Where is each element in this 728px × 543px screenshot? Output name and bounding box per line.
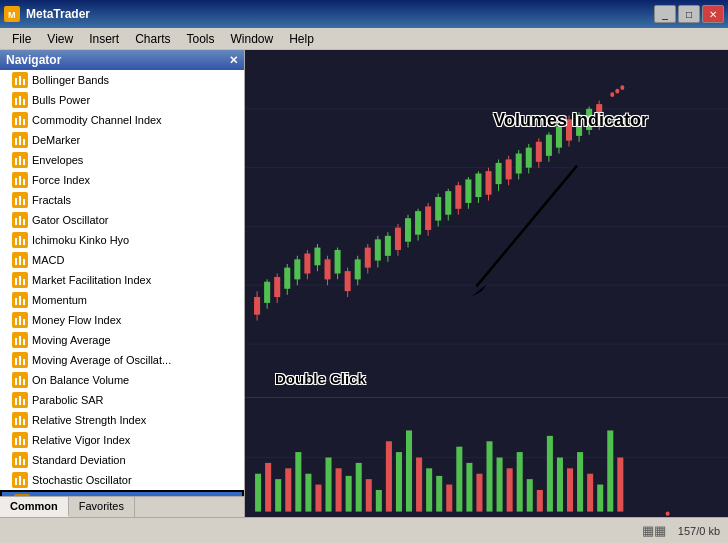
svg-rect-188 bbox=[597, 485, 603, 512]
svg-rect-159 bbox=[305, 474, 311, 512]
menu-window[interactable]: Window bbox=[223, 30, 282, 48]
svg-rect-44 bbox=[15, 358, 17, 365]
svg-rect-164 bbox=[356, 463, 362, 512]
nav-item[interactable]: Momentum bbox=[0, 290, 244, 310]
svg-rect-25 bbox=[23, 219, 25, 225]
nav-item-label: Money Flow Index bbox=[32, 314, 121, 326]
nav-item[interactable]: Ichimoku Kinko Hyo bbox=[0, 230, 244, 250]
svg-rect-5 bbox=[15, 98, 17, 105]
nav-item[interactable]: Relative Strength Index bbox=[0, 410, 244, 430]
close-button[interactable]: ✕ bbox=[702, 5, 724, 23]
candlestick-chart bbox=[245, 50, 728, 397]
navigator-tabs: Common Favorites bbox=[0, 496, 244, 517]
nav-item-label: Envelopes bbox=[32, 154, 83, 166]
nav-item-icon bbox=[12, 392, 28, 408]
nav-item[interactable]: Stochastic Oscillator bbox=[0, 470, 244, 490]
volumes-indicator-label: Volumes Indicator bbox=[493, 110, 648, 131]
menu-charts[interactable]: Charts bbox=[127, 30, 178, 48]
svg-rect-102 bbox=[375, 239, 381, 260]
nav-item-icon bbox=[12, 172, 28, 188]
svg-text:M: M bbox=[8, 10, 16, 20]
svg-rect-45 bbox=[19, 356, 21, 365]
nav-item-label: Parabolic SAR bbox=[32, 394, 104, 406]
svg-rect-61 bbox=[23, 459, 25, 465]
svg-rect-114 bbox=[435, 197, 441, 221]
svg-rect-11 bbox=[15, 138, 17, 145]
nav-item-label: Fractals bbox=[32, 194, 71, 206]
svg-rect-80 bbox=[264, 282, 270, 303]
menu-insert[interactable]: Insert bbox=[81, 30, 127, 48]
svg-rect-40 bbox=[23, 319, 25, 325]
svg-rect-167 bbox=[386, 441, 392, 511]
nav-item-icon bbox=[12, 372, 28, 388]
svg-rect-86 bbox=[294, 259, 300, 279]
svg-rect-183 bbox=[547, 436, 553, 512]
nav-item[interactable]: Moving Average bbox=[0, 330, 244, 350]
svg-rect-155 bbox=[265, 463, 271, 512]
menu-file[interactable]: File bbox=[4, 30, 39, 48]
svg-rect-158 bbox=[295, 452, 301, 512]
nav-item[interactable]: On Balance Volume bbox=[0, 370, 244, 390]
svg-rect-166 bbox=[376, 490, 382, 512]
navigator-list[interactable]: Bollinger BandsBulls PowerCommodity Chan… bbox=[0, 70, 244, 496]
nav-item[interactable]: MACD bbox=[0, 250, 244, 270]
navigator-close-button[interactable]: ✕ bbox=[229, 54, 238, 67]
svg-rect-120 bbox=[465, 179, 471, 203]
nav-item-icon bbox=[12, 332, 28, 348]
svg-rect-112 bbox=[425, 206, 431, 230]
svg-rect-53 bbox=[15, 418, 17, 425]
svg-rect-110 bbox=[415, 211, 421, 235]
svg-rect-78 bbox=[254, 297, 260, 315]
maximize-button[interactable]: □ bbox=[678, 5, 700, 23]
svg-rect-116 bbox=[445, 191, 451, 215]
menu-view[interactable]: View bbox=[39, 30, 81, 48]
svg-rect-175 bbox=[466, 463, 472, 512]
tab-common[interactable]: Common bbox=[0, 497, 69, 517]
window-controls[interactable]: _ □ ✕ bbox=[654, 5, 724, 23]
svg-rect-118 bbox=[455, 185, 461, 209]
svg-rect-41 bbox=[15, 338, 17, 345]
nav-item[interactable]: Fractals bbox=[0, 190, 244, 210]
svg-rect-84 bbox=[284, 268, 290, 289]
nav-item[interactable]: DeMarker bbox=[0, 130, 244, 150]
svg-rect-96 bbox=[345, 271, 351, 291]
nav-item[interactable]: Bulls Power bbox=[0, 90, 244, 110]
svg-point-147 bbox=[610, 92, 614, 97]
nav-item[interactable]: Commodity Channel Index bbox=[0, 110, 244, 130]
svg-rect-157 bbox=[285, 468, 291, 511]
tab-favorites[interactable]: Favorites bbox=[69, 497, 135, 517]
nav-item-label: Bulls Power bbox=[32, 94, 90, 106]
svg-rect-64 bbox=[23, 479, 25, 485]
svg-rect-186 bbox=[577, 452, 583, 512]
menu-tools[interactable]: Tools bbox=[179, 30, 223, 48]
svg-rect-134 bbox=[536, 142, 542, 162]
menu-bar: File View Insert Charts Tools Window Hel… bbox=[0, 28, 728, 50]
menu-help[interactable]: Help bbox=[281, 30, 322, 48]
nav-item[interactable]: Parabolic SAR bbox=[0, 390, 244, 410]
svg-rect-104 bbox=[385, 236, 391, 256]
nav-item[interactable]: Moving Average of Oscillat... bbox=[0, 350, 244, 370]
nav-item-label: Ichimoku Kinko Hyo bbox=[32, 234, 129, 246]
nav-item-label: Bollinger Bands bbox=[32, 74, 109, 86]
nav-item[interactable]: Envelopes bbox=[0, 150, 244, 170]
nav-item-label: Commodity Channel Index bbox=[32, 114, 162, 126]
nav-item[interactable]: Relative Vigor Index bbox=[0, 430, 244, 450]
nav-item-label: Stochastic Oscillator bbox=[32, 474, 132, 486]
volume-bars-svg bbox=[245, 398, 728, 517]
nav-item[interactable]: Gator Oscillator bbox=[0, 210, 244, 230]
nav-item-label: Market Facilitation Index bbox=[32, 274, 151, 286]
nav-item-label: Moving Average of Oscillat... bbox=[32, 354, 171, 366]
window-title: MetaTrader bbox=[26, 7, 90, 21]
nav-item[interactable]: Standard Deviation bbox=[0, 450, 244, 470]
main-content: Navigator ✕ Bollinger BandsBulls PowerCo… bbox=[0, 50, 728, 517]
minimize-button[interactable]: _ bbox=[654, 5, 676, 23]
svg-rect-161 bbox=[326, 458, 332, 512]
nav-item[interactable]: Force Index bbox=[0, 170, 244, 190]
nav-item[interactable]: Market Facilitation Index bbox=[0, 270, 244, 290]
svg-rect-17 bbox=[15, 178, 17, 185]
status-memory: 157/0 kb bbox=[678, 525, 720, 537]
nav-item[interactable]: Bollinger Bands bbox=[0, 70, 244, 90]
svg-rect-43 bbox=[23, 339, 25, 345]
nav-item[interactable]: Money Flow Index bbox=[0, 310, 244, 330]
nav-item-icon bbox=[12, 112, 28, 128]
